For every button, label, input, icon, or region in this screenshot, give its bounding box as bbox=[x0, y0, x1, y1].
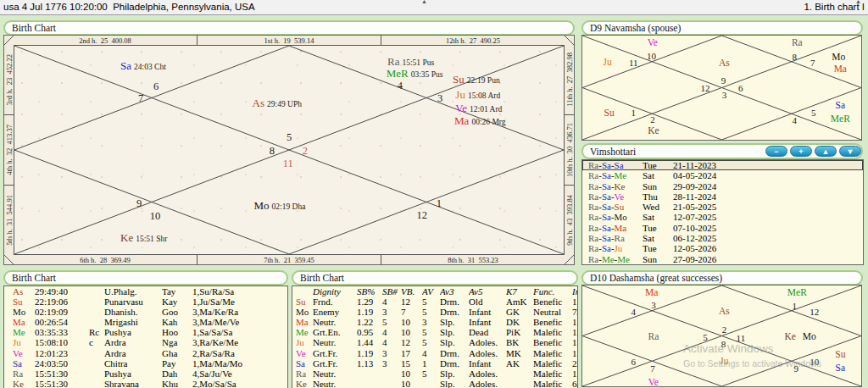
table-cell: Drm. bbox=[440, 297, 469, 307]
table-row: MoEnemy1.19375Drm.InfantGKNeutral7/1/9 bbox=[292, 307, 577, 317]
table-cell: Benefic bbox=[533, 337, 572, 347]
column-header: Av5 bbox=[469, 286, 506, 297]
dasha-row[interactable]: Ra-Sa-MoSat12-07-2025 bbox=[582, 212, 863, 222]
d9-panel-title[interactable]: D9 Navamsha (spouse) bbox=[581, 20, 863, 36]
zoom-out-button[interactable]: − bbox=[765, 146, 787, 157]
table-cell: Malefic bbox=[533, 369, 572, 379]
dasha-start-date: 04-05-2024 bbox=[673, 170, 863, 180]
planet-label-mer: MeR bbox=[787, 284, 807, 299]
house-degree-band-top: 2nd h. 25 400.081st h. 19 539.1412th h. … bbox=[14, 36, 565, 45]
zoom-in-button[interactable]: + bbox=[790, 146, 812, 157]
planet-label-mo: Mo bbox=[803, 328, 816, 343]
planet-label-ju: Ju bbox=[720, 352, 728, 368]
table-cell: Slp. bbox=[440, 327, 469, 337]
dasha-row[interactable]: Ra-Sa-MeSat04-05-2024 bbox=[582, 170, 863, 180]
table-cell: Slp. bbox=[440, 337, 469, 347]
house-number: 4 bbox=[631, 307, 636, 317]
dasha-row[interactable]: Ra-Me-MeSun27-09-2026 bbox=[582, 254, 863, 264]
table-cell bbox=[357, 369, 382, 379]
table-cell: 1.19 bbox=[357, 307, 382, 317]
table-cell: 1,Su/Ra/Sa bbox=[192, 286, 287, 297]
planet-label-as: As bbox=[719, 54, 730, 69]
scroll-down-button[interactable]: ▼ bbox=[839, 146, 861, 157]
table-cell bbox=[89, 348, 104, 358]
table-cell bbox=[89, 358, 104, 369]
table-cell: 1,Sa/Sa/Sa bbox=[192, 327, 287, 337]
table-cell: Ra bbox=[13, 369, 35, 379]
birth-data-text: usa 4 Jul 1776 10:20:00 Philadelphia, Pe… bbox=[3, 2, 255, 12]
scroll-up-button[interactable]: ▲ bbox=[815, 146, 837, 157]
planet-label-ra: Ra bbox=[792, 34, 803, 49]
table-cell: Adoles. bbox=[469, 348, 506, 358]
column-header: AV bbox=[422, 286, 440, 297]
table-row: Me03:35:33RcPushyaHoo1,Sa/Sa/Sa bbox=[4, 327, 287, 337]
table-cell bbox=[382, 379, 401, 388]
d10-panel-title[interactable]: D10 Dashamsha (great successes) bbox=[581, 270, 863, 285]
d9-chart[interactable]: VeJuAsRaMoMaSuKeSaMeR101191263871254 bbox=[581, 35, 862, 141]
table-cell: 6/12/8 bbox=[572, 379, 577, 388]
house-number: 9 bbox=[721, 75, 726, 86]
dasha-row[interactable]: Ra-Sa-SuWed21-05-2025 bbox=[582, 202, 863, 212]
d10-chart[interactable]: MaAsMeRRaKeMoJuVeSuSa342511811267109 bbox=[581, 285, 862, 387]
table-cell bbox=[382, 369, 401, 379]
house-number: 1 bbox=[631, 108, 636, 118]
table-cell: 5 bbox=[382, 317, 401, 327]
planet-label-ra: Ra bbox=[648, 328, 659, 343]
planet-label-ma: Ma bbox=[645, 284, 658, 299]
dasha-row[interactable]: Ra-Sa-SaTue21-11-2023 bbox=[582, 160, 863, 170]
house-degree-label: 2nd h. 25 400.08 bbox=[14, 36, 197, 45]
birth-chart-panel-title[interactable]: Birth Chart bbox=[3, 20, 575, 36]
table-cell: Malefic bbox=[533, 358, 572, 369]
dasha-row[interactable]: Ra-Sa-JuTue12-05-2026 bbox=[582, 243, 863, 253]
house-number: 5 bbox=[287, 130, 292, 143]
table-cell: DK bbox=[506, 317, 533, 327]
scroll-up-icon[interactable]: ▲ bbox=[421, 0, 427, 4]
table-cell: Dhanish. bbox=[104, 307, 162, 317]
dasha-row[interactable]: Ra-Sa-KeSun29-09-2024 bbox=[582, 181, 863, 191]
planet-label-ma: Ma00:26 Mrg bbox=[454, 113, 506, 128]
frame-corner bbox=[565, 36, 574, 45]
table-row: Ke15:51:30ShravanaKhu2,Mo/Sa/Sa bbox=[4, 379, 287, 388]
scroll-up-icon[interactable]: ▲ bbox=[855, 0, 861, 4]
table-cell: Dead bbox=[469, 327, 506, 337]
table-cell: Ve bbox=[296, 348, 313, 358]
house-number: 10 bbox=[647, 51, 656, 61]
table-cell: 4 bbox=[422, 348, 440, 358]
table-cell: 1.29 bbox=[357, 297, 382, 307]
table-cell: Neutral bbox=[533, 307, 572, 317]
positions-panel-title[interactable]: Birth Chart bbox=[3, 270, 288, 285]
planet-positions-table: As29:49:40U.Phalg.Tay1,Su/Ra/SaSu22:19:0… bbox=[3, 285, 288, 388]
column-header: In bbox=[572, 286, 577, 297]
table-cell: 17 bbox=[401, 348, 422, 358]
table-cell: 4 bbox=[382, 297, 401, 307]
rasi-chart-frame: 2nd h. 25 400.081st h. 19 539.1412th h. … bbox=[3, 35, 575, 265]
table-cell: Benefic bbox=[533, 317, 572, 327]
table-cell: Sa bbox=[296, 358, 313, 369]
house-number: 4 bbox=[398, 79, 403, 91]
dasha-list: Ra-Sa-SaTue21-11-2023Ra-Sa-MeSat04-05-20… bbox=[581, 159, 864, 265]
table-cell: AK bbox=[506, 358, 533, 369]
house-degree-label: 1st h. 19 539.14 bbox=[197, 36, 381, 45]
dasha-name: Ra-Sa-Mo bbox=[588, 212, 643, 222]
rasi-chart[interactable]: Sa24:03 ChtAs29:49 UPhRa15:51 PusMeR03:3… bbox=[14, 45, 565, 255]
table-cell: 5 bbox=[422, 369, 440, 379]
table-cell: 15:51:30 bbox=[35, 379, 89, 388]
column-header: VB. bbox=[401, 286, 422, 297]
table-cell: Ju bbox=[296, 337, 313, 347]
table-cell: Old bbox=[469, 297, 506, 307]
house-number: 9 bbox=[794, 363, 799, 374]
table-cell: Ke bbox=[296, 379, 313, 388]
dignity-panel-title[interactable]: Birth Chart bbox=[292, 270, 578, 285]
dasha-row[interactable]: Ra-Sa-MaTue07-10-2025 bbox=[582, 223, 863, 233]
table-cell: Drm. bbox=[440, 358, 469, 369]
table-cell: 2,Mo/Sa/Sa bbox=[192, 379, 287, 388]
table-cell: Punarvasu bbox=[104, 297, 162, 307]
dasha-row[interactable]: Ra-Sa-RaSat06-12-2025 bbox=[582, 233, 863, 243]
house-degree-label: 9th h. 43 393.84 bbox=[565, 185, 574, 255]
planet-label-ve: Ve bbox=[648, 34, 658, 49]
table-cell: Goo bbox=[162, 307, 192, 317]
house-number: 7 bbox=[810, 58, 815, 68]
vimshottari-panel-title[interactable]: Vimshottari − + ▲ ▼ bbox=[581, 143, 863, 159]
dasha-row[interactable]: Ra-Sa-VeThu28-11-2024 bbox=[582, 191, 863, 202]
table-cell: Slp. bbox=[440, 317, 469, 327]
